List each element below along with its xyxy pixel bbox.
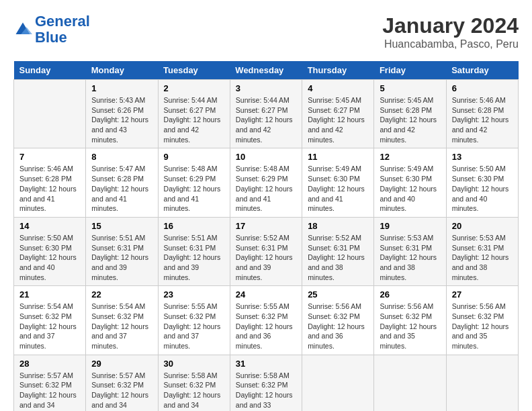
sunset-text: Sunset: 6:29 PM [236,174,296,184]
day-number: 9 [164,152,224,162]
daylight-text: Daylight: 12 hours [452,184,513,194]
daylight-text-cont: and and 41 minutes. [164,194,224,214]
sunset-text: Sunset: 6:28 PM [91,174,152,184]
day-number: 29 [91,359,152,369]
sunset-text: Sunset: 6:30 PM [380,174,440,184]
day-number: 20 [452,221,513,231]
sunrise-text: Sunrise: 5:57 AM [91,371,152,381]
day-info: Sunrise: 5:49 AMSunset: 6:30 PMDaylight:… [308,164,368,213]
sunset-text: Sunset: 6:30 PM [452,174,513,184]
daylight-text-cont: and and 34 minutes. [164,400,224,411]
sunrise-text: Sunrise: 5:58 AM [164,371,224,381]
calendar-cell: 29Sunrise: 5:57 AMSunset: 6:32 PMDayligh… [86,355,158,411]
daylight-text-cont: and and 36 minutes. [236,331,296,351]
daylight-text-cont: and and 33 minutes. [236,400,296,411]
sunset-text: Sunset: 6:31 PM [308,243,368,253]
daylight-text: Daylight: 12 hours [236,322,296,332]
weekday-header-thursday: Thursday [302,61,374,80]
sunset-text: Sunset: 6:31 PM [164,243,224,253]
calendar-cell: 19Sunrise: 5:53 AMSunset: 6:31 PMDayligh… [374,217,446,285]
sunrise-text: Sunrise: 5:48 AM [164,164,224,174]
weekday-header-tuesday: Tuesday [158,61,230,80]
day-number: 6 [452,83,513,93]
day-number: 12 [380,152,440,162]
calendar-cell: 22Sunrise: 5:54 AMSunset: 6:32 PMDayligh… [86,286,158,355]
sunset-text: Sunset: 6:28 PM [19,174,80,184]
daylight-text: Daylight: 12 hours [19,184,80,194]
sunset-text: Sunset: 6:32 PM [236,312,296,322]
calendar-cell: 9Sunrise: 5:48 AMSunset: 6:29 PMDaylight… [158,148,230,217]
calendar-cell: 30Sunrise: 5:58 AMSunset: 6:32 PMDayligh… [158,355,230,411]
day-info: Sunrise: 5:55 AMSunset: 6:32 PMDaylight:… [164,302,224,351]
sunset-text: Sunset: 6:27 PM [308,105,368,116]
daylight-text-cont: and and 34 minutes. [19,400,80,411]
calendar-cell: 28Sunrise: 5:57 AMSunset: 6:32 PMDayligh… [14,355,86,411]
sunrise-text: Sunrise: 5:56 AM [308,302,368,312]
daylight-text-cont: and and 37 minutes. [164,331,224,351]
day-info: Sunrise: 5:54 AMSunset: 6:32 PMDaylight:… [19,302,80,351]
sunset-text: Sunset: 6:32 PM [380,312,440,322]
daylight-text: Daylight: 12 hours [19,322,80,332]
weekday-header-saturday: Saturday [446,61,518,80]
calendar-cell: 31Sunrise: 5:58 AMSunset: 6:32 PMDayligh… [230,355,302,411]
day-number: 25 [308,289,368,300]
sunset-text: Sunset: 6:31 PM [236,243,296,253]
daylight-text: Daylight: 12 hours [236,184,296,194]
sunset-text: Sunset: 6:29 PM [164,174,224,184]
calendar-cell: 1Sunrise: 5:43 AMSunset: 6:26 PMDaylight… [86,80,158,148]
day-info: Sunrise: 5:58 AMSunset: 6:32 PMDaylight:… [164,371,224,411]
daylight-text: Daylight: 12 hours [236,253,296,263]
calendar-cell: 2Sunrise: 5:44 AMSunset: 6:27 PMDaylight… [158,80,230,148]
calendar-week-row: 14Sunrise: 5:50 AMSunset: 6:30 PMDayligh… [14,217,519,285]
day-info: Sunrise: 5:52 AMSunset: 6:31 PMDaylight:… [236,233,296,282]
calendar-week-row: 7Sunrise: 5:46 AMSunset: 6:28 PMDaylight… [14,148,519,217]
daylight-text-cont: and and 39 minutes. [91,263,152,282]
sunrise-text: Sunrise: 5:45 AM [380,95,440,105]
logo-icon [13,20,32,39]
day-info: Sunrise: 5:43 AMSunset: 6:26 PMDaylight:… [91,95,152,144]
day-number: 18 [308,221,368,231]
sunrise-text: Sunrise: 5:51 AM [91,233,152,243]
daylight-text-cont: and and 41 minutes. [236,194,296,214]
day-info: Sunrise: 5:51 AMSunset: 6:31 PMDaylight:… [91,233,152,282]
day-number: 7 [19,152,80,162]
day-number: 16 [164,221,224,231]
calendar-cell: 5Sunrise: 5:45 AMSunset: 6:28 PMDaylight… [374,80,446,148]
calendar-cell [14,80,86,148]
daylight-text-cont: and and 38 minutes. [308,263,368,282]
weekday-header-wednesday: Wednesday [230,61,302,80]
daylight-text-cont: and and 35 minutes. [452,331,513,351]
day-info: Sunrise: 5:44 AMSunset: 6:27 PMDaylight:… [236,95,296,144]
sunrise-text: Sunrise: 5:56 AM [452,302,513,312]
sunrise-text: Sunrise: 5:50 AM [19,233,80,243]
daylight-text-cont: and and 41 minutes. [19,194,80,214]
calendar-cell: 15Sunrise: 5:51 AMSunset: 6:31 PMDayligh… [86,217,158,285]
sunrise-text: Sunrise: 5:48 AM [236,164,296,174]
daylight-text-cont: and and 34 minutes. [91,400,152,411]
calendar-week-row: 21Sunrise: 5:54 AMSunset: 6:32 PMDayligh… [14,286,519,355]
calendar-cell: 27Sunrise: 5:56 AMSunset: 6:32 PMDayligh… [446,286,518,355]
day-number: 26 [380,289,440,300]
calendar-cell: 12Sunrise: 5:49 AMSunset: 6:30 PMDayligh… [374,148,446,217]
day-info: Sunrise: 5:49 AMSunset: 6:30 PMDaylight:… [380,164,440,213]
title-block: January 2024 Huancabamba, Pasco, Peru [382,13,519,50]
day-info: Sunrise: 5:53 AMSunset: 6:31 PMDaylight:… [452,233,513,282]
daylight-text-cont: and and 40 minutes. [380,194,440,214]
calendar-cell: 10Sunrise: 5:48 AMSunset: 6:29 PMDayligh… [230,148,302,217]
day-info: Sunrise: 5:52 AMSunset: 6:31 PMDaylight:… [308,233,368,282]
sunset-text: Sunset: 6:32 PM [164,380,224,390]
day-info: Sunrise: 5:44 AMSunset: 6:27 PMDaylight:… [164,95,224,144]
daylight-text: Daylight: 12 hours [380,253,440,263]
calendar-cell: 6Sunrise: 5:46 AMSunset: 6:28 PMDaylight… [446,80,518,148]
calendar-cell: 4Sunrise: 5:45 AMSunset: 6:27 PMDaylight… [302,80,374,148]
sunrise-text: Sunrise: 5:45 AM [308,95,368,105]
calendar-cell: 24Sunrise: 5:55 AMSunset: 6:32 PMDayligh… [230,286,302,355]
daylight-text-cont: and and 39 minutes. [236,263,296,282]
page-subtitle: Huancabamba, Pasco, Peru [382,38,519,50]
day-number: 24 [236,289,296,300]
sunrise-text: Sunrise: 5:55 AM [236,302,296,312]
daylight-text: Daylight: 12 hours [19,390,80,400]
calendar-cell: 20Sunrise: 5:53 AMSunset: 6:31 PMDayligh… [446,217,518,285]
sunrise-text: Sunrise: 5:56 AM [380,302,440,312]
day-info: Sunrise: 5:45 AMSunset: 6:28 PMDaylight:… [380,95,440,144]
